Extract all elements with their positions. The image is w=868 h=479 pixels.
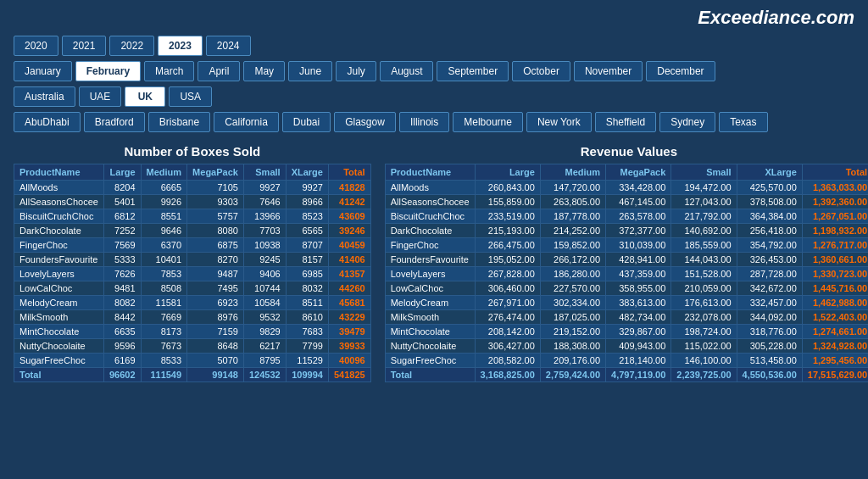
month-btn-April[interactable]: April — [198, 61, 240, 81]
table-cell: 10584 — [243, 296, 286, 310]
table-cell: 425,570.00 — [737, 181, 802, 195]
table-cell: LowCalChoc — [14, 281, 104, 296]
table-cell: 6169 — [103, 354, 141, 368]
year-btn-2022[interactable]: 2022 — [109, 36, 154, 56]
table-cell: 43609 — [328, 209, 370, 224]
table-cell: DarkChocolate — [385, 224, 475, 238]
city-btn-California[interactable]: California — [214, 112, 279, 132]
table-cell: AllMoods — [385, 181, 475, 195]
table-cell: 7673 — [141, 339, 187, 354]
city-btn-Sydney[interactable]: Sydney — [659, 112, 715, 132]
table-row: SugarFreeChoc208,582.00209,176.00218,140… — [385, 354, 868, 368]
left-table-title: Number of Boxes Sold — [14, 144, 371, 159]
table-footer-cell: 111549 — [141, 368, 187, 382]
table-cell: 334,428.00 — [606, 181, 671, 195]
country-btn-UK[interactable]: UK — [125, 86, 165, 107]
table-cell: 8966 — [286, 195, 328, 209]
table-cell: 409,943.00 — [606, 339, 671, 354]
month-btn-August[interactable]: August — [380, 61, 433, 81]
month-btn-January[interactable]: January — [14, 61, 72, 81]
month-btn-November[interactable]: November — [574, 61, 643, 81]
table-cell: AllSeasonsChocee — [14, 195, 104, 209]
table-cell: 44260 — [328, 281, 370, 296]
table-cell: 8204 — [103, 181, 141, 195]
table-cell: 41357 — [328, 267, 370, 281]
city-btn-Melbourne[interactable]: Melbourne — [453, 112, 523, 132]
month-btn-September[interactable]: September — [437, 61, 509, 81]
month-btn-October[interactable]: October — [512, 61, 570, 81]
table-cell: LowCalChoc — [385, 281, 475, 296]
table-row: FingerChoc75696370687510938870740459 — [14, 238, 371, 253]
month-btn-May[interactable]: May — [243, 61, 285, 81]
city-btn-New York[interactable]: New York — [526, 112, 592, 132]
table-cell: NuttyChocolaite — [14, 339, 104, 354]
month-btn-March[interactable]: March — [144, 61, 194, 81]
table-cell: 8610 — [286, 310, 328, 325]
table-cell: 8442 — [103, 310, 141, 325]
table-cell: 8032 — [286, 281, 328, 296]
table-cell: AllSeasonsChocee — [385, 195, 475, 209]
filter-section: 20202021202220232024 JanuaryFebruaryMarc… — [0, 32, 868, 141]
city-btn-Glasgow[interactable]: Glasgow — [334, 112, 396, 132]
table-cell: SugarFreeChoc — [14, 354, 104, 368]
col-header-small: Small — [243, 164, 286, 181]
table-cell: 378,508.00 — [737, 195, 802, 209]
table-cell: 11581 — [141, 296, 187, 310]
table-footer-cell: 124532 — [243, 368, 286, 382]
table-cell: 1,198,932.00 — [802, 224, 868, 238]
table-cell: 39933 — [328, 339, 370, 354]
table-cell: 13966 — [243, 209, 286, 224]
table-row: DarkChocolate7252964680807703656539246 — [14, 224, 371, 238]
table-footer-cell: 4,797,119.00 — [606, 368, 671, 382]
year-btn-2021[interactable]: 2021 — [62, 36, 107, 56]
country-btn-USA[interactable]: USA — [169, 86, 212, 107]
city-btn-Sheffield[interactable]: Sheffield — [595, 112, 656, 132]
table-cell: 40459 — [328, 238, 370, 253]
month-btn-July[interactable]: July — [336, 61, 376, 81]
table-cell: 7105 — [187, 181, 244, 195]
table-cell: 140,692.00 — [671, 224, 737, 238]
table-cell: NuttyChocolaite — [385, 339, 475, 354]
country-btn-Australia[interactable]: Australia — [14, 86, 75, 107]
left-table-section: Number of Boxes Sold ProductNameLargeMed… — [14, 144, 371, 382]
year-btn-2020[interactable]: 2020 — [14, 36, 58, 56]
city-btn-Dubai[interactable]: Dubai — [282, 112, 331, 132]
month-btn-June[interactable]: June — [288, 61, 332, 81]
table-cell: 9406 — [243, 267, 286, 281]
header: Exceediance.com — [0, 0, 868, 32]
city-btn-Texas[interactable]: Texas — [719, 112, 767, 132]
city-btn-AbuDhabi[interactable]: AbuDhabi — [14, 112, 81, 132]
table-cell: 305,228.00 — [737, 339, 802, 354]
table-cell: 6923 — [187, 296, 244, 310]
table-cell: 43229 — [328, 310, 370, 325]
table-row: LowCalChoc306,460.00227,570.00358,955.00… — [385, 281, 868, 296]
table-cell: 217,792.00 — [671, 209, 737, 224]
table-cell: 8157 — [286, 253, 328, 267]
table-cell: 187,778.00 — [540, 209, 605, 224]
table-cell: 7252 — [103, 224, 141, 238]
table-cell: 1,360,661.00 — [802, 253, 868, 267]
city-btn-Brisbane[interactable]: Brisbane — [148, 112, 210, 132]
table-row: MilkSmooth276,474.00187,025.00482,734.00… — [385, 310, 868, 325]
year-btn-2023[interactable]: 2023 — [158, 36, 203, 56]
city-btn-Illinois[interactable]: Illinois — [399, 112, 449, 132]
table-cell: 41242 — [328, 195, 370, 209]
country-btn-UAE[interactable]: UAE — [79, 86, 122, 107]
month-btn-February[interactable]: February — [75, 61, 141, 81]
year-btn-2024[interactable]: 2024 — [206, 36, 251, 56]
table-cell: 6565 — [286, 224, 328, 238]
table-cell: 194,472.00 — [671, 181, 737, 195]
table-cell: 6370 — [141, 238, 187, 253]
table-cell: 227,570.00 — [540, 281, 605, 296]
table-footer-cell: Total — [14, 368, 104, 382]
city-btn-Bradford[interactable]: Bradford — [84, 112, 145, 132]
left-table: ProductNameLargeMediumMegaPackSmallXLarg… — [14, 164, 371, 382]
col-header-large: Large — [475, 164, 540, 181]
month-btn-December[interactable]: December — [646, 61, 715, 81]
table-cell: MilkSmooth — [14, 310, 104, 325]
table-cell: FoundersFavourite — [14, 253, 104, 267]
table-cell: 1,363,033.00 — [802, 181, 868, 195]
table-cell: 7495 — [187, 281, 244, 296]
table-cell: 372,377.00 — [606, 224, 671, 238]
table-cell: 342,672.00 — [737, 281, 802, 296]
